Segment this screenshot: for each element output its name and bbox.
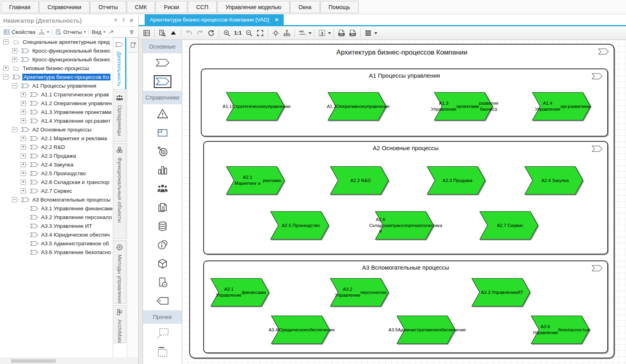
refresh-button[interactable] [206, 28, 216, 38]
palette-item-database[interactable] [143, 217, 182, 235]
side-tab-2[interactable]: Оргединицы [113, 91, 126, 142]
tree-item[interactable]: −A1 Процессы управления [0, 81, 113, 90]
tree-item[interactable]: A3.5 Административное об [0, 239, 113, 248]
tree-item[interactable]: +A2.1 Маркетинг и реклама [0, 134, 113, 143]
collapse-icon[interactable]: − [3, 39, 8, 45]
menu-item-2[interactable]: Справочники [39, 1, 90, 13]
side-tab-5[interactable]: ArchiMate [113, 305, 126, 343]
tree-item[interactable]: +Типовые бизнес-процессы [0, 64, 113, 72]
palette-item-group-frame[interactable] [143, 342, 182, 361]
zoom-in-button[interactable] [222, 28, 232, 38]
help-button[interactable]: ? [112, 17, 119, 24]
palette-item-vad-process-shape[interactable] [143, 53, 182, 72]
palette-item-indicator[interactable] [143, 160, 182, 179]
menu-item-5[interactable]: Риски [155, 1, 187, 13]
menu-item-3[interactable]: Отчеты [90, 1, 126, 13]
export-png-button[interactable]: PNG [348, 28, 357, 38]
side-tab-3[interactable]: Функциональные объекты [113, 143, 126, 239]
tree-item[interactable]: −Архитектура бизнес-процессов Ко [0, 72, 113, 81]
palette-item-org-unit[interactable] [143, 179, 182, 198]
process-node[interactable]: A3.2 Управлениеперсоналом [330, 278, 389, 307]
collapse-icon[interactable]: − [3, 74, 8, 80]
expand-icon[interactable]: + [3, 66, 8, 71]
close-panel-button[interactable]: ✕ [128, 17, 135, 24]
expand-icon[interactable]: + [12, 48, 17, 53]
close-tab-icon[interactable]: ✕ [275, 17, 279, 23]
pin-icon[interactable] [120, 17, 127, 24]
process-node[interactable]: A3.5Административноеобеспечение [396, 315, 455, 344]
menu-item-8[interactable]: Окна [290, 1, 320, 13]
chevron-down-icon[interactable] [374, 32, 378, 34]
palette-item-document[interactable] [143, 198, 182, 217]
tree-item[interactable]: +A2.7 Сервис [0, 186, 113, 195]
tree-item[interactable]: +A1.1 Стратегическое управ [0, 90, 113, 99]
new-diagram-button[interactable] [128, 37, 138, 53]
hierarchy-button[interactable]: ▾ [37, 28, 51, 36]
process-node[interactable]: A2.2 R&D [330, 166, 389, 195]
font-button[interactable]: A [317, 28, 327, 38]
redo-button[interactable] [195, 28, 205, 38]
expand-icon[interactable]: + [21, 145, 26, 150]
fit-to-screen-button[interactable] [255, 28, 265, 38]
palette-item-frame[interactable] [143, 123, 182, 142]
expand-icon[interactable]: + [21, 92, 26, 97]
tree-item[interactable]: +A2.6 Складская и транспор [0, 178, 113, 186]
tree-item[interactable]: A3.2 Управление персонало [0, 213, 113, 221]
diagram-outer-frame[interactable]: Архитектура бизнес-процессов Компании A1… [189, 44, 614, 358]
palette-item-comment[interactable] [143, 324, 182, 342]
menu-button[interactable] [363, 28, 373, 38]
expand-icon[interactable]: + [12, 57, 17, 62]
navigator-horizontal-scrollbar[interactable] [0, 358, 138, 364]
expand-icon[interactable]: + [21, 162, 26, 167]
tree-item[interactable]: A3.3 Управление ИТ [0, 221, 113, 230]
scrollbar-thumb[interactable] [11, 359, 56, 363]
process-group-3[interactable]: A3 Вспомогательные процессыA3.1 Управлен… [203, 260, 608, 353]
hide-labels-button[interactable]: ABC [298, 28, 307, 38]
tree-item[interactable]: A3.4 Юридическое обеспеч [0, 230, 113, 239]
side-tab-4[interactable]: Методы управления [113, 240, 126, 304]
palette-item-goal[interactable] [143, 142, 182, 160]
find-on-diagram-button[interactable] [157, 28, 167, 38]
expand-icon[interactable]: + [21, 118, 26, 123]
properties-panel-button[interactable] [142, 28, 151, 38]
palette-item-object[interactable] [143, 254, 182, 273]
process-node[interactable]: A2.6 Складская итранспортнаялогистика [375, 211, 434, 240]
tree-item[interactable]: −Специальные архитектурные пред [0, 37, 113, 46]
menu-item-9[interactable]: Помощь [320, 1, 359, 13]
palette-item-risk[interactable] [143, 104, 182, 123]
tree-item[interactable]: +A2.4 Закупка [0, 160, 113, 169]
diagram-canvas[interactable]: Архитектура бизнес-процессов Компании A1… [182, 40, 626, 364]
process-node[interactable]: A3.6 Управлениебезопасностью [531, 315, 590, 344]
menu-item-7[interactable]: Управление моделью [217, 1, 290, 13]
tree-item[interactable]: A3.1 Управление финансами [0, 204, 113, 213]
tree-item[interactable]: +A2.3 Продажа [0, 151, 113, 160]
properties-button[interactable]: Свойства [2, 28, 37, 36]
expand-icon[interactable]: + [21, 136, 26, 141]
tree-item[interactable]: −A3 Вспомогательные процессы [0, 195, 113, 204]
share-button[interactable] [107, 28, 117, 36]
toolbar-overflow-button[interactable] [127, 28, 137, 36]
process-node[interactable]: A2.4 Закупка [524, 166, 583, 195]
tree-layout-button[interactable] [282, 28, 292, 38]
view-button[interactable]: Вид ▾ [90, 28, 107, 36]
process-node[interactable]: A2.7 Сервис [479, 211, 538, 240]
process-node[interactable]: A2.3 Продажа [427, 166, 486, 195]
tree-item[interactable]: +A1.4 Управление орг.развит [0, 116, 113, 125]
tree-item[interactable]: +A1.2 Оперативное управлен [0, 99, 113, 108]
side-tab-1[interactable]: Деятельность [113, 37, 126, 90]
process-node[interactable]: A3.4Юридическоеобеспечение [271, 315, 330, 344]
process-node[interactable]: A3.3 УправлениеИТ [471, 278, 530, 307]
expand-icon[interactable]: + [21, 101, 26, 106]
palette-item-software[interactable] [143, 273, 182, 292]
undo-button[interactable] [184, 28, 194, 38]
collapse-icon[interactable]: − [12, 83, 17, 88]
export-svg-button[interactable]: SVG [337, 28, 346, 38]
tree-item[interactable]: +A2.2 R&D [0, 143, 113, 151]
process-node[interactable]: A1.4 Управлениеорг.развитием [532, 92, 591, 121]
auto-size-button[interactable] [271, 28, 281, 38]
process-group-1[interactable]: A1 Процессы управленияA1.1Стратегическое… [201, 68, 608, 137]
expand-icon[interactable]: + [21, 180, 26, 185]
expand-icon[interactable]: + [21, 171, 26, 176]
menu-item-6[interactable]: ССП [188, 1, 216, 13]
expand-icon[interactable]: + [21, 110, 26, 115]
